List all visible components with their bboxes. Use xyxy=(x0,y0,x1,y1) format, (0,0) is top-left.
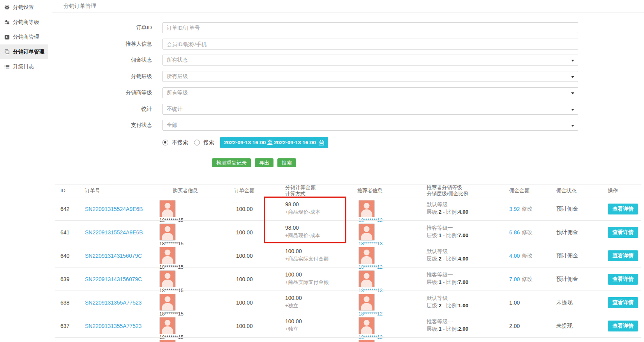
table-row: 639 SN220913143156079C 18*******15 100.0… xyxy=(55,267,641,291)
date-range-text: 2022-09-13 16:00 至 2022-09-13 16:00 xyxy=(224,139,316,146)
referrer-cell: 18*******13 xyxy=(358,317,383,340)
level-name: 默认等级 xyxy=(427,248,468,255)
buyer-avatar xyxy=(159,294,176,311)
orders-table: ID 订单号 购买者信息 订单金额 分销计算金额 计算方式 推荐者信息 推荐者分… xyxy=(55,184,641,342)
order-amount: 100.00 xyxy=(236,314,253,337)
edit-commission-link[interactable]: 修改 xyxy=(522,206,533,213)
commission-status-select[interactable]: 所有状态 xyxy=(162,55,578,66)
order-number-link[interactable]: SN22091315524A9E6B xyxy=(85,229,143,236)
calc-method: +商品实际支付金额 xyxy=(285,255,329,262)
calc-method: +商品实际支付金额 xyxy=(285,278,329,286)
select-value: 全部 xyxy=(167,122,177,129)
referrer-cell: 18*******12 xyxy=(358,200,383,223)
view-details-button[interactable]: 查看详情 xyxy=(608,274,638,285)
header-calc: 分销计算金额 计算方式 xyxy=(285,184,316,197)
referrer-avatar xyxy=(358,270,375,287)
order-amount: 100.00 xyxy=(236,221,253,244)
calc-amount: 100.00 xyxy=(285,271,329,278)
commission-status: 预计佣金 xyxy=(556,268,578,291)
order-number-link[interactable]: SN2209131355A77523 xyxy=(85,323,142,329)
chevron-down-icon xyxy=(571,60,574,62)
level-name: 推客等级一 xyxy=(427,271,468,278)
calc-method: +独立 xyxy=(285,325,302,333)
level-cell: 推客等级一 层级:1 - 比例:7.00 xyxy=(427,271,468,286)
sidebar-item-label: 分销设置 xyxy=(13,4,34,11)
table-row: 641 SN22091315524A9E6B 18*******15 100.0… xyxy=(55,220,641,244)
statistics-select[interactable]: 不统计 xyxy=(162,104,578,115)
search-radio[interactable] xyxy=(194,140,200,145)
order-id-input[interactable] xyxy=(162,22,578,33)
payment-status-select[interactable]: 全部 xyxy=(162,120,578,131)
calc-amount: 100.00 xyxy=(285,318,302,325)
sidebar: 分销设置 分销商等级 分销商管理 分销订单管理 升级日志 xyxy=(0,0,48,342)
level-cell: 推客等级一 层级:1 - 比例:7.00 xyxy=(427,224,468,239)
view-details-button[interactable]: 查看详情 xyxy=(608,204,638,214)
edit-commission-link[interactable]: 修改 xyxy=(522,252,533,259)
date-range-button[interactable]: 2022-09-13 16:00 至 2022-09-13 16:00 xyxy=(220,137,328,148)
order-id: 640 xyxy=(60,244,69,267)
order-number-link[interactable]: SN220913143156079C xyxy=(85,276,142,282)
distributor-level-select[interactable]: 所有等级 xyxy=(162,87,578,98)
no-search-radio[interactable] xyxy=(162,140,168,145)
distribution-tier-select[interactable]: 所有层级 xyxy=(162,71,578,82)
statistics-label: 统计 xyxy=(0,104,152,115)
view-details-button[interactable]: 查看详情 xyxy=(608,321,638,331)
commission-status: 预计佣金 xyxy=(556,197,578,220)
order-number-link[interactable]: SN22091315524A9E6B xyxy=(85,206,143,212)
ratio-value: 4.00 xyxy=(458,209,468,215)
level-cell: 推客等级一 层级:1 - 比例:2.00 xyxy=(427,318,468,333)
header-action: 操作 xyxy=(608,184,618,197)
calc-cell: 98.00 +商品现价-成本 xyxy=(285,224,320,239)
calc-cell: 100.00 +独立 xyxy=(285,294,302,309)
search-button[interactable]: 搜索 xyxy=(277,158,296,167)
chevron-down-icon xyxy=(571,76,574,78)
buyer-cell: 18*******15 xyxy=(159,223,183,246)
buyer-avatar xyxy=(159,247,176,264)
calc-amount: 98.00 xyxy=(285,201,320,208)
order-number-link[interactable]: SN2209131355A77523 xyxy=(85,299,142,306)
commission-amount-link[interactable]: 4.00 xyxy=(509,253,520,259)
level-name: 默认等级 xyxy=(427,201,468,208)
commission-amount-link[interactable]: 7.00 xyxy=(509,276,520,282)
commission-amount-link[interactable]: 3.92 xyxy=(509,206,520,212)
edit-commission-link[interactable]: 修改 xyxy=(522,276,533,283)
calc-method: +商品现价-成本 xyxy=(285,208,320,216)
check-duplicates-button[interactable]: 检测重复记录 xyxy=(212,158,251,167)
export-button[interactable]: 导出 xyxy=(255,158,273,167)
commission-cell: 4.00 修改 xyxy=(509,244,533,267)
order-amount: 100.00 xyxy=(236,244,253,267)
page-title: 分销订单管理 xyxy=(64,3,96,10)
commission-cell: 1.00 xyxy=(509,291,520,314)
buyer-avatar xyxy=(159,223,176,241)
buyer-cell: 18*******15 xyxy=(159,247,183,270)
calc-cell: 98.00 +商品现价-成本 xyxy=(285,201,320,216)
referrer-cell: 18*******13 xyxy=(358,223,383,246)
order-number-link[interactable]: SN220913143156079C xyxy=(85,253,142,259)
commission-amount: 2.00 xyxy=(509,323,520,329)
view-details-button[interactable]: 查看详情 xyxy=(608,227,638,238)
buyer-cell: 18*******15 xyxy=(159,317,183,340)
header-buyer: 购买者信息 xyxy=(173,184,198,197)
calc-cell: 100.00 +商品实际支付金额 xyxy=(285,248,329,262)
buyer-cell: 18*******15 xyxy=(159,294,183,317)
ratio-value: 2.00 xyxy=(458,326,468,332)
level-cell: 默认等级 层级:2 - 比例:4.00 xyxy=(427,248,468,262)
commission-status: 预计佣金 xyxy=(556,221,578,244)
breadcrumb-bar: 分销订单管理 xyxy=(52,0,644,12)
view-details-button[interactable]: 查看详情 xyxy=(608,250,638,261)
buyer-avatar xyxy=(159,317,176,334)
commission-amount-link[interactable]: 6.86 xyxy=(509,229,520,236)
header-amount: 订单金额 xyxy=(234,184,254,197)
commission-cell: 3.92 修改 xyxy=(509,197,533,220)
ratio-value: 4.00 xyxy=(458,256,468,262)
order-id: 638 xyxy=(60,291,69,314)
referrer-cell: 18*******12 xyxy=(358,247,383,270)
order-amount: 100.00 xyxy=(236,291,253,314)
edit-commission-link[interactable]: 修改 xyxy=(522,229,533,236)
sidebar-item-distribution-settings[interactable]: 分销设置 xyxy=(0,0,48,15)
order-id: 642 xyxy=(60,197,69,220)
calc-amount: 100.00 xyxy=(285,248,329,255)
distribution-tier-label: 分销层级 xyxy=(0,71,152,82)
view-details-button[interactable]: 查看详情 xyxy=(608,297,638,308)
referrer-info-input[interactable] xyxy=(162,39,578,50)
